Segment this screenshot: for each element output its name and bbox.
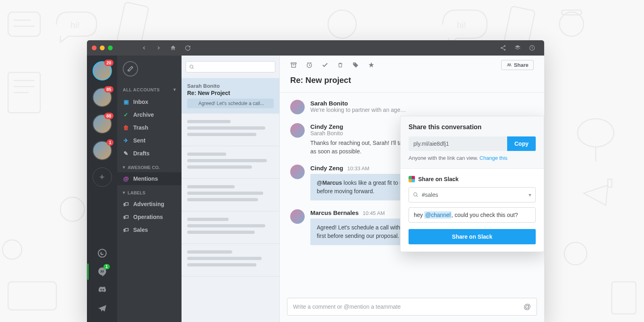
account-avatar-1[interactable]: 20 bbox=[93, 61, 112, 80]
sidebar-item-sent[interactable]: ✈Sent bbox=[117, 134, 182, 147]
thread-item-placeholder[interactable] bbox=[182, 244, 279, 277]
svg-point-24 bbox=[504, 49, 506, 51]
avatar bbox=[290, 123, 305, 138]
slack-icon bbox=[409, 176, 415, 182]
svg-point-20 bbox=[328, 10, 356, 38]
svg-point-32 bbox=[508, 63, 509, 64]
message: Sarah BonitoWe're looking to partner wit… bbox=[290, 100, 534, 114]
change-permission-link[interactable]: Change this bbox=[479, 155, 507, 161]
sidebar-item-mentions[interactable]: @Mentions bbox=[117, 172, 182, 185]
svg-point-13 bbox=[559, 12, 584, 36]
share-link-input[interactable] bbox=[409, 136, 507, 151]
star-icon[interactable] bbox=[368, 62, 375, 68]
compose-button[interactable] bbox=[123, 61, 138, 76]
svg-point-18 bbox=[564, 242, 587, 265]
telegram-icon[interactable] bbox=[97, 303, 107, 314]
thread-item-selected[interactable]: Sarah Bonito Re: New Project Agreed! Let… bbox=[182, 78, 279, 114]
whatsapp-icon[interactable] bbox=[97, 248, 107, 258]
copy-button[interactable]: Copy bbox=[507, 136, 536, 151]
message-toolbar: Share bbox=[280, 56, 544, 74]
discord-icon[interactable] bbox=[97, 285, 107, 295]
maximize-window-icon[interactable] bbox=[108, 45, 113, 50]
thread-item-placeholder[interactable] bbox=[182, 179, 279, 211]
mention-icon: @ bbox=[123, 175, 129, 182]
svg-point-22 bbox=[504, 45, 506, 47]
conversation-subject: Re: New project bbox=[280, 74, 544, 93]
label-sales[interactable]: 🏷Sales bbox=[117, 223, 182, 236]
svg-line-28 bbox=[192, 68, 194, 69]
tag-icon: 🏷 bbox=[123, 227, 129, 233]
back-button[interactable] bbox=[137, 41, 151, 55]
svg-point-31 bbox=[354, 63, 355, 64]
window-controls bbox=[92, 45, 113, 50]
delete-icon[interactable] bbox=[337, 62, 343, 68]
svg-point-15 bbox=[578, 119, 614, 147]
reload-button[interactable] bbox=[180, 41, 195, 55]
slack-channel-select[interactable]: #sales▾ bbox=[409, 187, 536, 202]
svg-point-23 bbox=[501, 47, 502, 49]
add-account-button[interactable]: + bbox=[93, 167, 112, 187]
minimize-window-icon[interactable] bbox=[100, 45, 105, 50]
done-icon[interactable] bbox=[322, 62, 328, 68]
slack-message-input[interactable]: hey @channel, could you check this out? bbox=[409, 207, 536, 223]
svg-point-9 bbox=[2, 240, 22, 259]
home-button[interactable] bbox=[166, 41, 180, 55]
hangouts-icon[interactable]: 1 bbox=[97, 266, 107, 277]
account-rail: 20 85 88 1 + 1 bbox=[87, 56, 117, 322]
sidebar-item-drafts[interactable]: ✎Drafts bbox=[117, 147, 182, 160]
history-icon[interactable] bbox=[525, 41, 539, 55]
label-operations[interactable]: 🏷Operations bbox=[117, 211, 182, 223]
svg-rect-19 bbox=[612, 282, 636, 314]
pencil-icon: ✎ bbox=[123, 150, 129, 157]
sidebar-item-archive[interactable]: ✓Archive bbox=[117, 108, 182, 121]
labels-header[interactable]: ▾ LABELS bbox=[117, 185, 182, 198]
thread-item-placeholder[interactable] bbox=[182, 114, 279, 146]
svg-rect-0 bbox=[8, 12, 40, 36]
chevron-down-icon: ▾ bbox=[528, 192, 531, 198]
share-on-slack-button[interactable]: Share on Slack bbox=[409, 229, 536, 244]
mention-icon: @ bbox=[524, 303, 531, 311]
svg-point-34 bbox=[414, 193, 417, 196]
close-window-icon[interactable] bbox=[92, 45, 97, 50]
share-button[interactable]: Share bbox=[501, 60, 534, 70]
sidebar-item-inbox[interactable]: ▣Inbox bbox=[117, 95, 182, 108]
comment-input[interactable]: Write a comment or @mention a teammate@ bbox=[287, 298, 537, 316]
svg-rect-29 bbox=[291, 62, 296, 64]
avatar bbox=[290, 100, 305, 114]
forward-button[interactable] bbox=[151, 41, 166, 55]
tag-icon: 🏷 bbox=[123, 201, 129, 207]
all-accounts-header[interactable]: ALL ACCOUNTS▾ bbox=[117, 84, 182, 95]
permission-text: Anyone with the link can view. Change th… bbox=[409, 155, 536, 161]
tag-icon: 🏷 bbox=[123, 214, 129, 220]
svg-text:hi!: hi! bbox=[457, 20, 466, 30]
avatar bbox=[290, 209, 305, 224]
svg-point-21 bbox=[60, 197, 85, 221]
archive-icon[interactable] bbox=[290, 62, 297, 68]
sidebar-item-trash[interactable]: 🗑Trash bbox=[117, 121, 182, 134]
check-icon: ✓ bbox=[123, 111, 129, 118]
svg-rect-4 bbox=[117, 2, 149, 46]
search-icon bbox=[413, 192, 419, 198]
share-nav-icon[interactable] bbox=[496, 41, 510, 55]
svg-point-33 bbox=[509, 63, 510, 64]
group-header[interactable]: ▾ AWESOME CO. bbox=[117, 160, 182, 172]
account-avatar-4[interactable]: 1 bbox=[93, 141, 112, 160]
layers-icon[interactable] bbox=[510, 41, 525, 55]
svg-rect-17 bbox=[608, 179, 612, 187]
titlebar bbox=[87, 40, 544, 56]
inbox-icon: ▣ bbox=[123, 99, 129, 105]
label-icon[interactable] bbox=[352, 62, 359, 68]
share-popover: Share this conversation Copy Anyone with… bbox=[400, 116, 544, 252]
folder-sidebar: ALL ACCOUNTS▾ ▣Inbox ✓Archive 🗑Trash ✈Se… bbox=[117, 56, 182, 322]
snooze-icon[interactable] bbox=[306, 62, 313, 68]
thread-item-placeholder[interactable] bbox=[182, 146, 279, 179]
account-avatar-3[interactable]: 88 bbox=[93, 114, 112, 134]
thread-list: Sarah Bonito Re: New Project Agreed! Let… bbox=[182, 56, 280, 322]
account-avatar-2[interactable]: 85 bbox=[93, 88, 112, 107]
svg-point-26 bbox=[98, 249, 106, 257]
svg-text:hi!: hi! bbox=[70, 20, 80, 30]
thread-item-placeholder[interactable] bbox=[182, 211, 279, 244]
search-input[interactable] bbox=[186, 61, 275, 72]
label-advertising[interactable]: 🏷Advertising bbox=[117, 198, 182, 211]
avatar bbox=[290, 165, 305, 179]
